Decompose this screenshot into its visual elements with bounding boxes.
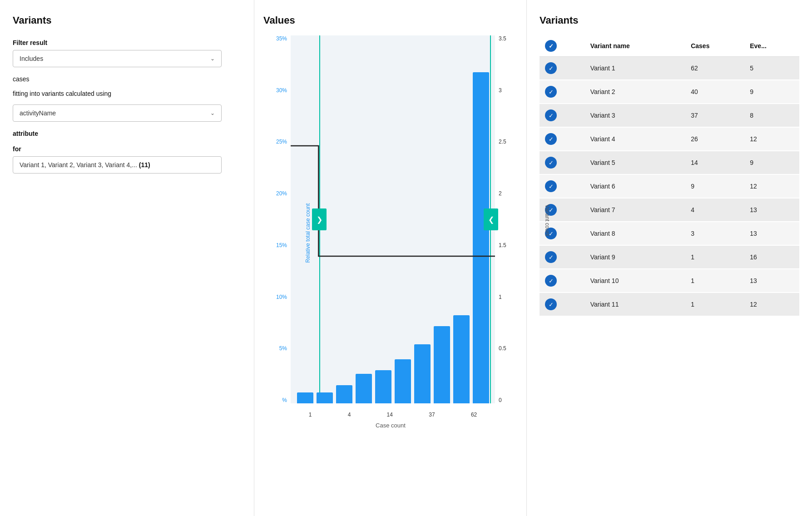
row-variant-name: Variant 9	[585, 245, 686, 269]
bar-4	[356, 374, 372, 403]
nav-arrow-right[interactable]: ❮	[484, 208, 498, 230]
row-variant-name: Variant 10	[585, 269, 686, 293]
left-panel-title: Variants	[13, 15, 241, 26]
activity-value: activityName	[20, 109, 56, 117]
row-events: 5	[744, 57, 799, 80]
row-check-cell[interactable]: ✓	[540, 245, 585, 269]
check-icon[interactable]: ✓	[545, 62, 557, 74]
chart-container: 35% 30% 25% 20% 15% 10% 5% % ❯ ❮	[263, 35, 518, 431]
header-check-icon[interactable]: ✓	[545, 40, 557, 52]
table-row: ✓Variant 3378	[540, 104, 799, 127]
table-row: ✓Variant 8313	[540, 222, 799, 245]
attribute-label: attribute	[13, 130, 241, 137]
y-axis-left: 35% 30% 25% 20% 15% 10% 5% %	[263, 35, 290, 403]
y-axis-left-title: Relative total case count	[305, 188, 311, 278]
row-cases: 62	[685, 57, 744, 80]
row-variant-name: Variant 5	[585, 151, 686, 174]
row-events: 13	[744, 198, 799, 222]
row-variant-name: Variant 2	[585, 80, 686, 104]
bar-6	[395, 359, 411, 403]
row-check-cell[interactable]: ✓	[540, 57, 585, 80]
table-row: ✓Variant 42612	[540, 127, 799, 151]
row-variant-name: Variant 4	[585, 127, 686, 151]
row-cases: 1	[685, 245, 744, 269]
chevron-down-icon: ⌄	[210, 55, 215, 62]
row-variant-name: Variant 3	[585, 104, 686, 127]
bar-5	[375, 370, 391, 403]
row-variant-name: Variant 6	[585, 174, 686, 198]
x-axis: 1 4 14 37 62	[291, 412, 495, 418]
check-icon[interactable]: ✓	[545, 133, 557, 145]
check-icon[interactable]: ✓	[545, 251, 557, 263]
bar-10	[473, 72, 489, 403]
table-row: ✓Variant 5149	[540, 151, 799, 174]
row-events: 8	[744, 104, 799, 127]
row-cases: 1	[685, 269, 744, 293]
y-axis-right: 3.5 3 2.5 2 1.5 1 0.5 0	[496, 35, 518, 403]
table-row: ✓Variant 10113	[540, 269, 799, 293]
filter-result-value: Includes	[20, 55, 43, 62]
row-events: 9	[744, 151, 799, 174]
table-row: ✓Variant 7413	[540, 198, 799, 222]
row-variant-name: Variant 11	[585, 293, 686, 316]
table-header-row: ✓ Variant name Cases Eve...	[540, 35, 799, 57]
row-events: 13	[744, 222, 799, 245]
row-events: 16	[744, 245, 799, 269]
left-panel: Variants Filter result Includes ⌄ cases …	[0, 0, 254, 516]
right-panel: Variants ✓ Variant name Cases Eve... ✓Va…	[527, 0, 812, 516]
bar-2	[317, 392, 333, 403]
row-check-cell[interactable]: ✓	[540, 80, 585, 104]
chart-area: ❯ ❮	[291, 35, 495, 403]
row-check-cell[interactable]: ✓	[540, 174, 585, 198]
row-cases: 9	[685, 174, 744, 198]
row-cases: 26	[685, 127, 744, 151]
row-events: 9	[744, 80, 799, 104]
filter-result-select[interactable]: Includes ⌄	[13, 50, 222, 67]
row-events: 12	[744, 293, 799, 316]
nav-arrow-left[interactable]: ❯	[312, 208, 327, 230]
check-icon[interactable]: ✓	[545, 180, 557, 192]
middle-panel: Values 35% 30% 25% 20% 15% 10% 5% % ❯ ❮	[254, 0, 527, 516]
table-row: ✓Variant 2409	[540, 80, 799, 104]
check-icon[interactable]: ✓	[545, 298, 557, 310]
row-check-cell[interactable]: ✓	[540, 293, 585, 316]
variants-table: ✓ Variant name Cases Eve... ✓Variant 162…	[540, 35, 799, 317]
check-icon[interactable]: ✓	[545, 86, 557, 98]
row-check-cell[interactable]: ✓	[540, 151, 585, 174]
row-events: 12	[744, 174, 799, 198]
th-check: ✓	[540, 35, 585, 57]
filter-result-label: Filter result	[13, 39, 241, 46]
activity-select[interactable]: activityName ⌄	[13, 104, 222, 122]
check-icon[interactable]: ✓	[545, 275, 557, 287]
x-axis-title: Case count	[263, 422, 518, 429]
bar-3	[336, 385, 352, 404]
th-events: Eve...	[744, 35, 799, 57]
bar-7	[414, 344, 431, 403]
bar-8	[434, 326, 450, 403]
row-variant-name: Variant 1	[585, 57, 686, 80]
bar-9	[453, 315, 470, 403]
row-events: 13	[744, 269, 799, 293]
chevron-down-icon: ⌄	[210, 110, 215, 116]
row-check-cell[interactable]: ✓	[540, 127, 585, 151]
row-cases: 14	[685, 151, 744, 174]
row-cases: 3	[685, 222, 744, 245]
y-axis-right-title: Variant count	[544, 204, 550, 236]
table-row: ✓Variant 6912	[540, 174, 799, 198]
table-row: ✓Variant 9116	[540, 245, 799, 269]
row-variant-name: Variant 8	[585, 222, 686, 245]
right-panel-title: Variants	[540, 15, 799, 26]
bar-1	[297, 392, 313, 403]
variant-count-value: (11)	[139, 161, 150, 169]
check-icon[interactable]: ✓	[545, 157, 557, 169]
for-label: for	[13, 145, 241, 153]
row-check-cell[interactable]: ✓	[540, 269, 585, 293]
fitting-text: fitting into variants calculated using	[13, 90, 241, 97]
row-check-cell[interactable]: ✓	[540, 104, 585, 127]
variant-list-box: Variant 1, Variant 2, Variant 3, Variant…	[13, 156, 222, 174]
row-cases: 1	[685, 293, 744, 316]
check-icon[interactable]: ✓	[545, 109, 557, 121]
row-cases: 37	[685, 104, 744, 127]
table-row: ✓Variant 11112	[540, 293, 799, 316]
table-row: ✓Variant 1625	[540, 57, 799, 80]
